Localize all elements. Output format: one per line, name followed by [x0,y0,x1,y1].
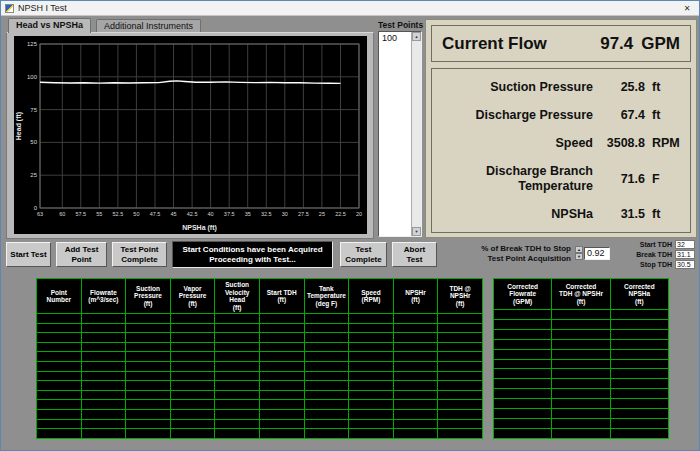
table-cell [438,333,483,343]
table-cell [393,323,438,333]
current-flow-label: Current Flow [442,34,547,54]
abort-test-button[interactable]: Abort Test [392,242,437,267]
table-cell [304,342,349,352]
table-row [494,329,669,339]
table-cell [610,369,668,379]
table-cell [170,314,215,324]
table-cell [259,390,304,400]
table-cell [610,339,668,349]
table-row [37,429,483,439]
table-row [37,352,483,362]
scroll-down-icon[interactable]: ▼ [412,227,421,236]
table-cell [438,381,483,391]
tab-additional-instruments[interactable]: Additional Instruments [96,19,201,33]
table-cell [610,349,668,359]
table-cell [37,390,82,400]
table-cell [126,342,171,352]
table-cell [393,400,438,410]
table-cell [438,323,483,333]
table-cell [610,389,668,399]
column-header: NPSHr (ft) [393,279,438,314]
svg-text:55: 55 [96,211,102,217]
table-row [37,381,483,391]
scroll-up-icon[interactable]: ▲ [412,32,421,41]
table-cell [438,314,483,324]
table-cell [81,333,126,343]
table-cell [81,342,126,352]
tdh-row: Start TDH 32 [623,240,695,249]
table-cell [259,352,304,362]
tdh-value: 30.5 [675,260,695,269]
tdh-label: Start TDH [640,241,672,248]
status-line-1: Start Conditions have been Acquired [182,245,322,255]
test-points-listbox[interactable]: 100 ▲ ▼ [378,31,422,237]
listbox-scrollbar[interactable]: ▲ ▼ [411,32,421,236]
table-row [494,349,669,359]
table-cell [610,309,668,319]
stop-threshold-control[interactable]: ▲ ▼ 0.92 [575,246,610,260]
decrement-icon[interactable]: ▼ [575,253,583,260]
table-cell [494,329,552,339]
table-cell [170,381,215,391]
column-header: Corrected Flowrate (GPM) [494,279,552,310]
tab-head-vs-npsha[interactable]: Head vs NPSHa [8,18,91,33]
spinner-arrows[interactable]: ▲ ▼ [575,246,583,260]
tdh-label: Stop TDH [640,261,672,268]
column-header: Flowrate (m^3/sec) [81,279,126,314]
increment-icon[interactable]: ▲ [575,246,583,253]
table-cell [170,333,215,343]
table-cell [393,362,438,372]
table-cell [37,419,82,429]
start-test-button[interactable]: Start Test [6,242,51,267]
table-cell [438,419,483,429]
column-header: Vapor Pressure (ft) [170,279,215,314]
table-cell [37,352,82,362]
test-complete-button[interactable]: Test Complete [340,242,387,267]
stop-threshold-label: % of Break TDH to Stop Test Point Acquis… [447,244,571,263]
tdh-row: Break TDH 31.1 [623,250,695,259]
data-grid: Corrected Flowrate (GPM)Corrected TDH @ … [493,278,669,439]
table-cell [438,362,483,372]
table-cell [215,314,260,324]
table-cell [81,410,126,420]
tdh-value: 32 [675,240,695,249]
column-header: Corrected NPSHa (ft) [610,279,668,310]
table-row [494,369,669,379]
table-cell [37,410,82,420]
table-cell [552,349,610,359]
table-cell [552,329,610,339]
header-row: Corrected Flowrate (GPM)Corrected TDH @ … [494,279,669,310]
table-cell [304,333,349,343]
table-cell [170,400,215,410]
column-header: Point Number [37,279,82,314]
readout-value: 25.8 [593,80,645,94]
stop-threshold-input[interactable]: 0.92 [584,247,610,260]
test-point-complete-button[interactable]: Test Point Complete [112,242,167,267]
table-row [37,400,483,410]
table-cell [259,314,304,324]
table-cell [494,428,552,438]
table-cell [215,362,260,372]
readout-row: Speed 3508.8 RPM [438,136,684,150]
app-icon [5,4,14,13]
table-cell [259,323,304,333]
table-cell [494,419,552,429]
close-icon[interactable]: ✕ [679,4,695,13]
table-cell [438,342,483,352]
table-cell [215,419,260,429]
table-row [37,342,483,352]
add-test-point-button[interactable]: Add Test Point [56,242,107,267]
table-cell [126,410,171,420]
table-cell [393,390,438,400]
table-cell [494,409,552,419]
current-flow-value: 97.4 [600,34,633,54]
table-cell [259,419,304,429]
table-cell [438,429,483,439]
table-cell [610,428,668,438]
table-cell [552,419,610,429]
table-cell [81,381,126,391]
table-cell [552,389,610,399]
corrected-table: Corrected Flowrate (GPM)Corrected TDH @ … [493,278,669,439]
table-cell [552,428,610,438]
current-flow-box: Current Flow 97.4 GPM [431,25,691,62]
